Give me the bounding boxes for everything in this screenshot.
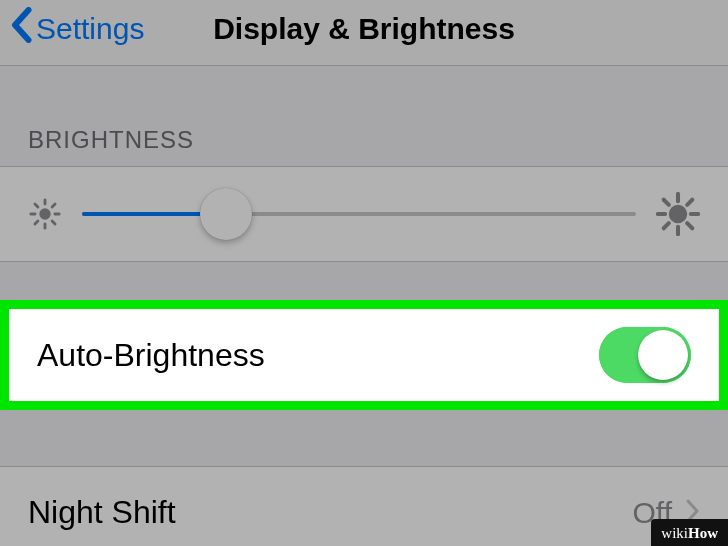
auto-brightness-highlight: Auto-Brightness [0,300,728,410]
svg-line-17 [687,200,692,205]
watermark-part2: How [688,525,718,541]
svg-point-9 [669,205,687,223]
svg-line-15 [687,223,692,228]
svg-line-7 [35,221,38,224]
auto-brightness-toggle[interactable] [599,327,691,383]
page-title: Display & Brightness [213,12,515,46]
svg-line-6 [52,221,55,224]
svg-line-5 [35,204,38,207]
watermark-part1: wiki [661,525,688,541]
night-shift-row[interactable]: Night Shift Off [0,467,728,546]
svg-point-0 [39,208,50,219]
navbar: Settings Display & Brightness [0,0,728,66]
brightness-slider-thumb[interactable] [200,188,252,240]
back-button[interactable]: Settings [10,7,144,50]
brightness-section-header: BRIGHTNESS [0,66,728,166]
svg-line-16 [664,223,669,228]
wikihow-watermark: wikiHow [651,519,728,546]
chevron-left-icon [10,7,36,50]
auto-brightness-label: Auto-Brightness [37,337,265,374]
night-shift-label: Night Shift [28,494,176,531]
night-shift-group: Night Shift Off [0,466,728,546]
toggle-knob [638,330,688,380]
svg-line-8 [52,204,55,207]
brightness-low-icon [28,197,62,231]
brightness-high-icon [656,192,700,236]
brightness-slider-row [0,166,728,262]
auto-brightness-row: Auto-Brightness [9,309,719,401]
back-label: Settings [36,12,144,46]
brightness-slider[interactable] [82,212,636,216]
svg-line-14 [664,200,669,205]
